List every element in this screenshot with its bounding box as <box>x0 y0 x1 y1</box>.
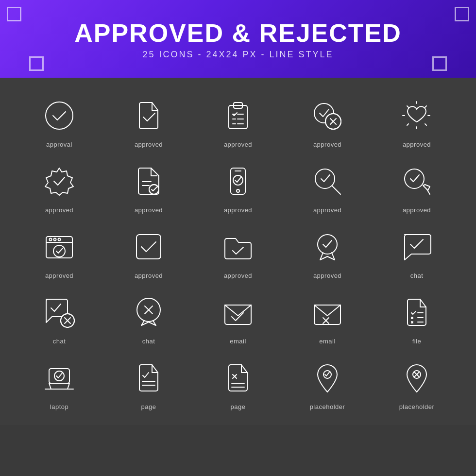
approved-rejected-icon <box>308 96 347 135</box>
icon-label-approved-folder: approved <box>224 272 252 279</box>
svg-rect-1 <box>229 105 247 129</box>
icons-grid: approval approved approved <box>0 78 476 425</box>
icon-cell-chat-check: chat <box>372 219 461 284</box>
icon-cell-approved-medal: approved <box>283 219 372 284</box>
icon-cell-approved-badge: approved <box>15 153 104 219</box>
page-check-icon <box>129 358 168 397</box>
icon-label-approved-search: approved <box>313 206 341 214</box>
icon-label-chat-x: chat <box>142 338 155 345</box>
icon-cell-approved-checkbox: approved <box>104 219 193 284</box>
svg-point-40 <box>53 245 65 257</box>
chat-check-icon <box>397 227 436 266</box>
icon-label-file-check-x: file <box>412 338 422 345</box>
svg-rect-35 <box>46 237 72 258</box>
icon-cell-email-x: email <box>283 284 372 350</box>
page-x-icon <box>219 358 257 397</box>
icon-cell-approved-doc: approved <box>104 87 193 153</box>
icon-label-placeholder-check: placeholder <box>310 403 345 410</box>
approved-heart-icon <box>397 96 436 135</box>
header-subtitle: 25 ICONS - 24X24 PX - LINE STYLE <box>142 50 333 60</box>
icon-cell-page-x: page <box>193 350 283 415</box>
approved-checkbox-icon <box>129 227 168 266</box>
icon-label-approved-rejected: approved <box>313 141 341 148</box>
svg-point-37 <box>50 238 52 241</box>
header: APPROVED & REJECTED 25 ICONS - 24X24 PX … <box>0 0 476 78</box>
icon-cell-chat-x: chat <box>104 284 193 350</box>
svg-point-39 <box>58 238 61 241</box>
icon-label-approved-medal: approved <box>313 272 341 279</box>
approved-medal-icon <box>308 227 347 266</box>
corner-decoration-bl <box>29 56 44 71</box>
approved-browser-icon <box>40 227 79 266</box>
icon-cell-approved-phone: approved <box>193 153 283 219</box>
icon-label-approved-doc-check: approved <box>135 206 163 214</box>
svg-line-31 <box>332 186 340 194</box>
laptop-check-icon <box>40 358 79 397</box>
svg-line-21 <box>407 124 408 125</box>
icon-label-page-x: page <box>231 403 246 410</box>
corner-decoration-tr <box>455 7 469 21</box>
approved-badge-icon <box>40 162 79 201</box>
icon-label-laptop-check: laptop <box>50 403 68 410</box>
approved-search-icon <box>308 162 347 201</box>
svg-marker-33 <box>423 185 430 190</box>
icon-cell-approved-search: approved <box>283 153 372 219</box>
icon-cell-approved-heart: approved <box>372 87 461 153</box>
icon-label-approved-cursor: approved <box>403 206 431 214</box>
icon-label-approved-doc: approved <box>135 141 163 148</box>
svg-point-0 <box>46 102 73 129</box>
email-x-icon <box>308 293 347 332</box>
icon-cell-approved-rejected: approved <box>283 87 372 153</box>
icon-label-email-x: email <box>319 338 336 345</box>
icon-label-approved-browser: approved <box>45 272 73 279</box>
icon-cell-approved-doc-check: approved <box>104 153 193 219</box>
icon-cell-approved-cursor: approved <box>372 153 461 219</box>
icon-label-email-check: email <box>230 338 246 345</box>
svg-line-19 <box>425 124 426 125</box>
icon-label-approved-badge: approved <box>45 206 73 214</box>
svg-point-42 <box>318 235 337 254</box>
file-check-x-icon <box>397 293 436 332</box>
icon-label-approval: approval <box>46 141 72 148</box>
icon-label-approved-checkbox: approved <box>135 272 163 279</box>
svg-point-38 <box>54 238 56 241</box>
icon-cell-email-check: email <box>193 284 283 350</box>
header-title: APPROVED & REJECTED <box>74 18 402 48</box>
icon-label-chat-check: chat <box>410 272 424 279</box>
icon-cell-chat-check-x: chat <box>15 284 104 350</box>
corner-decoration-br <box>432 56 447 71</box>
svg-rect-41 <box>136 235 161 259</box>
icon-cell-approval: approval <box>15 87 104 153</box>
icon-cell-placeholder-check: placeholder <box>283 350 372 415</box>
placeholder-check-icon <box>308 358 347 397</box>
approved-folder-icon <box>219 227 257 266</box>
approval-icon <box>40 96 79 135</box>
icon-label-approved-heart: approved <box>403 141 431 148</box>
icon-cell-laptop-check: laptop <box>15 350 104 415</box>
icon-cell-approved-browser: approved <box>15 219 104 284</box>
icon-cell-file-check-x: file <box>372 284 461 350</box>
icon-label-placeholder-x: placeholder <box>399 403 435 410</box>
approved-clipboard-icon <box>219 96 257 135</box>
svg-point-28 <box>237 189 239 192</box>
svg-line-18 <box>407 106 408 107</box>
approved-phone-icon <box>219 162 257 201</box>
icon-label-chat-check-x: chat <box>53 338 66 345</box>
icon-cell-placeholder-x: placeholder <box>372 350 461 415</box>
icon-cell-approved-clipboard: approved <box>193 87 283 153</box>
icon-cell-approved-folder: approved <box>193 219 283 284</box>
icon-label-page-check: page <box>141 403 156 410</box>
svg-point-32 <box>405 169 424 188</box>
icon-label-approved-phone: approved <box>224 206 252 214</box>
placeholder-x-icon <box>397 358 436 397</box>
chat-check-x-icon <box>40 293 79 332</box>
svg-point-30 <box>315 169 335 188</box>
icon-label-approved-clipboard: approved <box>224 141 252 148</box>
approved-doc-icon <box>129 96 168 135</box>
email-check-icon <box>219 293 257 332</box>
approved-cursor-icon <box>397 162 436 201</box>
icon-cell-page-check: page <box>104 350 193 415</box>
corner-decoration-tl <box>7 7 21 21</box>
chat-x-icon <box>129 293 168 332</box>
svg-line-20 <box>425 106 426 107</box>
